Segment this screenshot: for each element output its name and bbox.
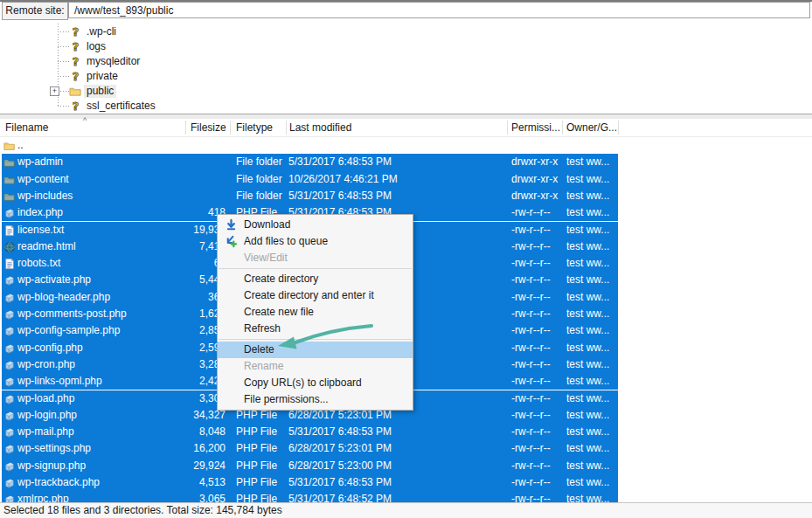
- menu-item-label: Rename: [244, 360, 283, 372]
- file-name: wp-config-sample.php: [17, 322, 131, 339]
- folder-dir-icon: [3, 174, 16, 186]
- menu-separator: [219, 268, 412, 269]
- svg-text:?: ?: [73, 55, 80, 68]
- column-divider[interactable]: [185, 121, 186, 135]
- php-icon: [3, 393, 16, 405]
- file-row-wp-admin[interactable]: wp-adminFile folder5/31/2017 6:48:53 PMd…: [2, 154, 618, 170]
- file-owner: test ww...: [566, 390, 617, 407]
- file-owner: test ww...: [566, 222, 617, 238]
- file-row-..[interactable]: ..: [2, 137, 618, 154]
- txt-icon: [3, 224, 16, 237]
- status-bar-text: Selected 18 files and 3 directories. Tot…: [3, 504, 282, 516]
- file-row-wp-signup.php[interactable]: wp-signup.php29,924PHP File6/28/2017 5:2…: [2, 458, 618, 474]
- column-divider[interactable]: [230, 121, 231, 135]
- column-header-modified[interactable]: Last modified: [289, 119, 351, 136]
- file-row-wp-content[interactable]: wp-contentFile folder10/26/2017 4:46:21 …: [2, 171, 618, 188]
- column-header-filename[interactable]: Filename: [5, 119, 48, 136]
- file-owner: test ww...: [566, 154, 617, 170]
- file-size: 67: [133, 255, 226, 272]
- tree-item-public[interactable]: +public: [0, 84, 812, 99]
- file-permissions: drwxr-xr-x: [511, 171, 564, 188]
- file-owner: test ww...: [566, 458, 617, 474]
- file-permissions: -rw-r--r--: [511, 458, 564, 474]
- remote-site-path-value: /www/test_893/public: [74, 4, 173, 17]
- file-size: [133, 154, 226, 170]
- menu-item-label: Delete: [244, 343, 274, 356]
- file-row-wp-mail.php[interactable]: wp-mail.php8,048PHP File5/31/2017 6:48:5…: [2, 424, 618, 440]
- menu-item-create-new-file[interactable]: Create new file: [218, 304, 413, 321]
- file-permissions: -rw-r--r--: [511, 390, 564, 407]
- column-header-owner[interactable]: Owner/G...: [566, 119, 617, 136]
- file-permissions: -rw-r--r--: [511, 272, 564, 288]
- file-name: wp-cron.php: [17, 356, 131, 373]
- file-permissions: drwxr-xr-x: [511, 188, 564, 204]
- column-header-filesize[interactable]: Filesize: [191, 119, 224, 136]
- file-size: 3,065: [133, 491, 226, 502]
- file-owner: test ww...: [566, 424, 617, 440]
- file-name: wp-comments-post.php: [17, 306, 131, 322]
- php-icon: [3, 477, 16, 489]
- file-owner: test ww...: [566, 356, 617, 373]
- svg-text:?: ?: [73, 70, 80, 83]
- tree-item-label: mysqleditor: [84, 55, 142, 68]
- remote-site-path-input[interactable]: /www/test_893/public: [68, 2, 810, 18]
- remote-site-label: Remote site:: [2, 2, 68, 20]
- file-row-wp-includes[interactable]: wp-includesFile folder5/31/2017 6:48:53 …: [2, 188, 618, 204]
- file-name: wp-config.php: [17, 340, 131, 356]
- file-size: 16,200: [133, 440, 226, 457]
- menu-item-create-directory-and-enter-it[interactable]: Create directory and enter it: [218, 287, 413, 304]
- context-menu: DownloadAdd files to queueView/EditCreat…: [217, 214, 413, 411]
- menu-item-add-files-to-queue[interactable]: Add files to queue: [218, 233, 413, 250]
- column-divider[interactable]: [507, 121, 508, 135]
- tree-connector-stub: [58, 31, 69, 32]
- folder-dir-icon: [3, 156, 16, 169]
- tree-expand-icon[interactable]: +: [50, 86, 59, 96]
- tree-item-mysqleditor[interactable]: ?mysqleditor: [0, 54, 812, 69]
- column-divider[interactable]: [562, 121, 563, 135]
- file-owner: test ww...: [566, 373, 617, 390]
- menu-separator: [219, 339, 412, 340]
- file-name: ..: [17, 137, 131, 154]
- file-size: 29,924: [133, 458, 226, 474]
- file-type: PHP File: [236, 458, 287, 474]
- file-name: wp-content: [17, 171, 131, 188]
- column-divider[interactable]: [286, 121, 287, 135]
- tree-item-ssl_certificates[interactable]: ?ssl_certificates: [0, 99, 812, 114]
- php-icon: [3, 325, 16, 337]
- folder-yellow-icon: [69, 85, 82, 98]
- file-row-wp-settings.php[interactable]: wp-settings.php16,200PHP File6/28/2017 5…: [2, 440, 618, 457]
- tree-item-.wp-cli[interactable]: ?.wp-cli: [0, 24, 812, 39]
- file-type: File folder: [236, 171, 287, 188]
- file-permissions: -rw-r--r--: [511, 255, 564, 272]
- php-icon: [3, 274, 16, 287]
- file-row-xmlrpc.php[interactable]: xmlrpc.php3,065PHP File5/31/2017 6:48:52…: [2, 491, 618, 502]
- menu-item-delete[interactable]: Delete: [218, 342, 413, 358]
- file-owner: test ww...: [566, 238, 617, 255]
- unknown-folder-icon: ?: [69, 40, 82, 53]
- tree-item-label: public: [84, 85, 116, 98]
- menu-item-rename: Rename: [218, 358, 413, 375]
- file-list-header: Filename ^ Filesize Filetype Last modifi…: [0, 119, 812, 137]
- menu-item-refresh[interactable]: Refresh: [218, 321, 413, 337]
- tree-connector-stub: [58, 106, 69, 107]
- download-arrow-icon: [225, 218, 238, 231]
- menu-item-file-permissions[interactable]: File permissions...: [218, 391, 413, 408]
- tree-item-label: logs: [84, 40, 108, 53]
- column-header-filetype[interactable]: Filetype: [236, 119, 273, 136]
- file-row-wp-trackback.php[interactable]: wp-trackback.php4,513PHP File5/31/2017 6…: [2, 474, 618, 491]
- unknown-folder-icon: ?: [69, 100, 82, 113]
- file-owner: test ww...: [566, 491, 617, 502]
- tree-item-logs[interactable]: ?logs: [0, 39, 812, 54]
- remote-directory-tree: ?.wp-cli?logs?mysqleditor?private+public…: [0, 20, 812, 114]
- menu-item-download[interactable]: Download: [218, 217, 413, 233]
- column-divider[interactable]: [618, 121, 619, 135]
- menu-item-create-directory[interactable]: Create directory: [218, 271, 413, 287]
- file-type: PHP File: [236, 424, 287, 440]
- file-owner: test ww...: [566, 272, 617, 288]
- column-header-permissions[interactable]: Permissi...: [511, 119, 560, 136]
- file-size: 3,286: [133, 356, 226, 373]
- file-permissions: -rw-r--r--: [511, 356, 564, 373]
- file-modified: 6/28/2017 5:23:01 PM: [288, 440, 428, 457]
- menu-item-copy-url-s-to-clipboard[interactable]: Copy URL(s) to clipboard: [218, 375, 413, 391]
- tree-item-private[interactable]: ?private: [0, 69, 812, 84]
